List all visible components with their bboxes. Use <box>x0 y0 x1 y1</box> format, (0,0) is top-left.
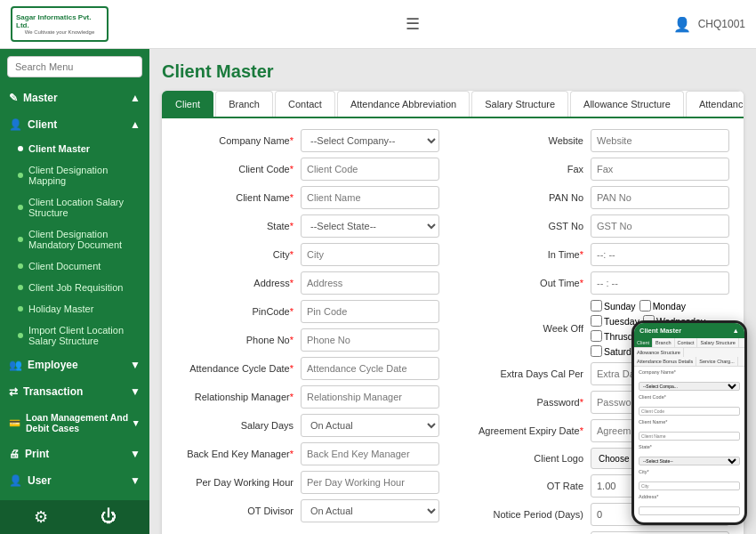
fax-input[interactable] <box>591 158 729 181</box>
mobile-tab-branch[interactable]: Branch <box>653 338 674 347</box>
fax-label: Fax <box>466 164 591 174</box>
dot-icon <box>18 263 23 269</box>
out-time-input[interactable] <box>591 271 729 295</box>
user-avatar-icon: 👤 <box>673 16 691 33</box>
settings-icon[interactable]: ⚙ <box>34 507 48 527</box>
mobile-tab-salary[interactable]: Salary Structure <box>697 338 738 347</box>
transaction-section-header[interactable]: ⇄ Transaction ▼ <box>0 378 149 405</box>
sidebar-search-area <box>0 49 149 85</box>
master-section-header[interactable]: ✎ Master ▲ <box>0 85 149 111</box>
mobile-tab-service-charges[interactable]: Service Charg... <box>696 357 737 366</box>
saturday-checkbox[interactable] <box>591 345 602 357</box>
sidebar-item-client-job-requisition[interactable]: Client Job Requisition <box>0 277 149 298</box>
dot-icon <box>18 333 23 338</box>
tab-attendance-abbreviation[interactable]: Attendance Abbreviation <box>337 91 470 117</box>
company-name-label: Company Name <box>176 135 301 146</box>
mobile-state-select[interactable]: --Select State-- <box>639 457 740 465</box>
tab-branch[interactable]: Branch <box>215 91 273 117</box>
pan-no-label: PAN No <box>466 192 591 203</box>
client-name-input[interactable] <box>301 186 439 209</box>
sidebar-item-client-master[interactable]: Client Master <box>0 138 149 159</box>
tuesday-checkbox[interactable] <box>591 315 602 327</box>
loan-section-header[interactable]: 💳 Loan Management And Debit Cases ▼ <box>0 405 149 441</box>
pincode-input[interactable] <box>301 300 439 323</box>
relationship-manager-row: Relationship Manager <box>176 385 439 409</box>
master-chevron-icon: ▲ <box>130 92 141 104</box>
mobile-state-row: State* --Select State-- <box>639 444 740 466</box>
website-row: Website <box>466 129 729 152</box>
per-day-working-hour-input[interactable] <box>301 471 439 494</box>
mobile-city-input[interactable] <box>639 481 740 490</box>
print-section-header[interactable]: 🖨 Print ▼ <box>0 441 149 467</box>
tab-salary-structure[interactable]: Salary Structure <box>471 91 568 117</box>
mobile-tab-client[interactable]: Client <box>634 338 653 347</box>
tab-allowance-structure[interactable]: Allowance Structure <box>570 91 684 117</box>
employee-section-header[interactable]: 👥 Employee ▼ <box>0 352 149 378</box>
mobile-address-label: Address* <box>639 494 740 499</box>
company-name-select[interactable]: --Select Company-- <box>301 129 439 152</box>
thursday-checkbox[interactable] <box>591 330 602 342</box>
ot-divisor-select[interactable]: On Actual <box>301 499 439 522</box>
mobile-address-input[interactable] <box>639 506 740 515</box>
sidebar-section-print: 🖨 Print ▼ <box>0 441 149 467</box>
pincode-row: PinCode <box>176 300 439 323</box>
sunday-checkbox[interactable] <box>591 300 602 312</box>
mobile-chevron-icon: ▲ <box>733 327 739 335</box>
mobile-tab-bar: Client Branch Contact Salary Structure <box>634 338 744 348</box>
back-end-key-manager-input[interactable] <box>301 442 439 465</box>
client-section-header[interactable]: 👤 Client ▲ <box>0 111 149 138</box>
sidebar-item-client-designation-mapping[interactable]: Client Designation Mapping <box>0 159 149 191</box>
tab-client[interactable]: Client <box>162 91 213 117</box>
main-content: Client Master Client Branch Contact Atte… <box>149 49 756 534</box>
city-row: City <box>176 243 439 266</box>
tab-bar: Client Branch Contact Attendance Abbrevi… <box>162 91 744 118</box>
client-code-input[interactable] <box>301 158 439 181</box>
tab-attendance-bonus-details[interactable]: Attendance Bonus Details <box>686 91 744 117</box>
attendance-cycle-row: Attendance Cycle Date <box>176 357 439 380</box>
mobile-client-code-input[interactable] <box>639 407 740 416</box>
transaction-icon: ⇄ <box>9 385 18 398</box>
mobile-tab-contact[interactable]: Contact <box>675 338 698 347</box>
sidebar: ✎ Master ▲ 👤 Client ▲ Client Master Clie… <box>0 49 149 534</box>
dot-icon <box>18 237 23 242</box>
user-section-header[interactable]: 👤 User ▼ <box>0 467 149 494</box>
state-row: State --Select State-- <box>176 214 439 238</box>
notice-period-label: Notice Period (Days) <box>466 509 591 520</box>
phone-row: Phone No <box>176 328 439 352</box>
hamburger-icon[interactable]: ☰ <box>406 14 420 34</box>
client-code-label: Client Code <box>176 164 301 174</box>
sidebar-item-import-client-location[interactable]: Import Client Location Salary Structure <box>0 320 149 352</box>
per-day-working-hour-label: Per Day Working Hour <box>176 477 301 488</box>
phone-input[interactable] <box>301 328 439 352</box>
sidebar-item-client-document[interactable]: Client Document <box>0 255 149 277</box>
sidebar-section-user: 👤 User ▼ <box>0 467 149 494</box>
relationship-manager-input[interactable] <box>301 385 439 409</box>
sidebar-item-client-location-salary[interactable]: Client Location Salary Structure <box>0 191 149 223</box>
address-input[interactable] <box>301 271 439 295</box>
client-logo-label: Client Logo <box>466 453 591 464</box>
website-input[interactable] <box>591 129 729 152</box>
sidebar-item-holiday-master[interactable]: Holiday Master <box>0 298 149 320</box>
search-input[interactable] <box>7 56 142 77</box>
salary-days-select[interactable]: On Actual <box>301 414 439 437</box>
mobile-client-name-input[interactable] <box>639 432 740 441</box>
mobile-tab-bar-2: Allowance Structure Attendance Bonus Det… <box>634 348 744 367</box>
state-select[interactable]: --Select State-- <box>301 214 439 238</box>
company-name-row: Company Name --Select Company-- <box>176 129 439 152</box>
mobile-tab-allowance[interactable]: Allowance Structure <box>634 348 684 357</box>
pan-no-input[interactable] <box>591 186 729 209</box>
attendance-cycle-input[interactable] <box>301 357 439 380</box>
mobile-company-select[interactable]: --Select Compa... <box>639 382 740 391</box>
sidebar-item-client-designation-mandatory[interactable]: Client Designation Mandatory Document <box>0 223 149 255</box>
city-input[interactable] <box>301 243 439 266</box>
top-bar: Sagar Informatics Pvt. Ltd. We Cultivate… <box>0 0 756 49</box>
gst-no-input[interactable] <box>591 214 729 238</box>
mobile-company-label: Company Name* <box>639 369 740 375</box>
power-icon[interactable]: ⏻ <box>101 507 117 527</box>
monday-checkbox[interactable] <box>639 300 651 312</box>
page-title: Client Master <box>162 61 744 82</box>
in-time-input[interactable] <box>591 243 729 266</box>
mobile-tab-attendance-bonus[interactable]: Attendance Bonus Details <box>634 357 696 366</box>
ot-rate-label: OT Rate <box>466 481 591 491</box>
tab-contact[interactable]: Contact <box>275 91 335 117</box>
